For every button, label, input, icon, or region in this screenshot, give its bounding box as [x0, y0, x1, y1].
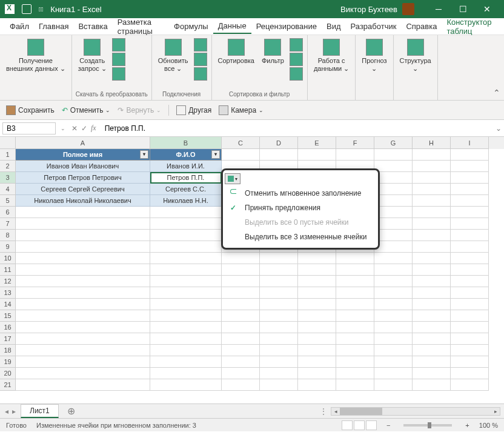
name-box-dropdown[interactable]: ⌄: [58, 125, 68, 131]
cell[interactable]: [16, 253, 150, 264]
cell[interactable]: [150, 207, 222, 218]
cell[interactable]: [413, 333, 451, 345]
cell[interactable]: [374, 333, 413, 345]
normal-view-button[interactable]: [342, 420, 353, 430]
ribbon-small-button[interactable]: [194, 67, 207, 81]
cell[interactable]: [222, 264, 260, 276]
column-header-F[interactable]: F: [336, 137, 374, 149]
autosave-toggle[interactable]: ⬤⃝: [39, 6, 43, 13]
cell[interactable]: [16, 207, 150, 218]
cell[interactable]: [336, 264, 374, 276]
row-header-13[interactable]: 13: [0, 287, 16, 299]
cell[interactable]: [413, 149, 451, 161]
context-menu-item-0[interactable]: Отменить мгновенное заполнение: [223, 186, 378, 201]
row-header-4[interactable]: 4: [0, 184, 16, 195]
row-header-15[interactable]: 15: [0, 310, 16, 322]
save-icon[interactable]: [22, 4, 31, 14]
row-header-9[interactable]: 9: [0, 241, 16, 253]
other-button[interactable]: Другая: [176, 105, 211, 115]
cell[interactable]: Николаев Н.Н.: [150, 195, 222, 207]
column-header-H[interactable]: H: [413, 137, 451, 149]
cell[interactable]: [413, 264, 451, 276]
zoom-out-button[interactable]: −: [386, 422, 390, 429]
cell[interactable]: [451, 322, 489, 333]
cell[interactable]: [374, 230, 413, 241]
filter-dropdown-icon[interactable]: ▾: [211, 150, 220, 159]
cell[interactable]: [413, 287, 451, 299]
cell[interactable]: [413, 241, 451, 253]
menu-tab-вид[interactable]: Вид: [322, 19, 346, 33]
cell[interactable]: [298, 356, 336, 368]
sheet-nav[interactable]: ◂▸: [4, 407, 17, 416]
cell[interactable]: [374, 161, 413, 172]
ribbon-small-button[interactable]: [290, 53, 303, 66]
cell[interactable]: [374, 345, 413, 356]
cell[interactable]: [222, 276, 260, 287]
ribbon-button[interactable]: Создатьзапрос ⌄: [76, 38, 109, 74]
ribbon-small-button[interactable]: [290, 67, 303, 81]
cell[interactable]: [150, 230, 222, 241]
menu-tab-справка[interactable]: Справка: [401, 19, 442, 33]
cell[interactable]: [16, 368, 150, 379]
ribbon-button[interactable]: Сортировка: [216, 38, 257, 66]
cell[interactable]: [413, 230, 451, 241]
cell[interactable]: [260, 356, 298, 368]
formula-expand-button[interactable]: ⌄: [493, 124, 504, 133]
cell[interactable]: [222, 379, 260, 391]
cell[interactable]: [336, 345, 374, 356]
cell[interactable]: [298, 333, 336, 345]
cell[interactable]: [16, 379, 150, 391]
ribbon-small-button[interactable]: [112, 53, 125, 66]
cell[interactable]: [413, 172, 451, 184]
cell[interactable]: [222, 356, 260, 368]
flash-fill-smart-tag[interactable]: ▾: [225, 173, 240, 184]
cell[interactable]: Сергеев С.С.: [150, 184, 222, 195]
cell[interactable]: [374, 287, 413, 299]
horizontal-scrollbar[interactable]: ◂ ▸: [331, 407, 500, 416]
cell[interactable]: [298, 345, 336, 356]
row-header-14[interactable]: 14: [0, 299, 16, 310]
row-header-11[interactable]: 11: [0, 264, 16, 276]
cell[interactable]: [298, 310, 336, 322]
cell[interactable]: [298, 264, 336, 276]
zoom-in-button[interactable]: +: [465, 422, 469, 429]
cell[interactable]: [150, 322, 222, 333]
column-header-C[interactable]: C: [222, 137, 260, 149]
cell[interactable]: [451, 161, 489, 172]
cell[interactable]: [451, 172, 489, 184]
row-header-16[interactable]: 16: [0, 322, 16, 333]
context-menu-item-3[interactable]: Выделить все 3 измененные ячейки: [223, 230, 378, 244]
cell[interactable]: [260, 310, 298, 322]
cell[interactable]: [150, 368, 222, 379]
cell[interactable]: [150, 310, 222, 322]
cell[interactable]: [451, 299, 489, 310]
cell[interactable]: Иванов И.И.: [150, 161, 222, 172]
cell[interactable]: [336, 322, 374, 333]
cell[interactable]: [150, 253, 222, 264]
column-header-A[interactable]: A: [16, 137, 150, 149]
cell[interactable]: [298, 379, 336, 391]
cell[interactable]: [16, 218, 150, 230]
select-all-corner[interactable]: [0, 137, 16, 149]
cell[interactable]: [16, 299, 150, 310]
save-button[interactable]: Сохранить: [6, 105, 55, 115]
cell[interactable]: [374, 149, 413, 161]
cell[interactable]: [260, 253, 298, 264]
cell[interactable]: [451, 207, 489, 218]
menu-tab-главная[interactable]: Главная: [34, 19, 73, 33]
page-layout-view-button[interactable]: [354, 420, 365, 430]
cell[interactable]: [451, 253, 489, 264]
zoom-level[interactable]: 100 %: [479, 422, 498, 429]
cell[interactable]: [451, 333, 489, 345]
cell[interactable]: [260, 276, 298, 287]
cell[interactable]: Сергеев Сергей Сергеевич: [16, 184, 150, 195]
cell[interactable]: Петров Петров Петрович: [16, 172, 150, 184]
camera-button[interactable]: Камера⌄: [219, 105, 264, 115]
cell[interactable]: [260, 368, 298, 379]
column-header-E[interactable]: E: [298, 137, 336, 149]
cell[interactable]: [260, 264, 298, 276]
row-header-21[interactable]: 21: [0, 379, 16, 391]
fx-icon[interactable]: fx: [91, 124, 96, 133]
ribbon-button[interactable]: Структура⌄: [397, 38, 434, 74]
cell[interactable]: [413, 184, 451, 195]
